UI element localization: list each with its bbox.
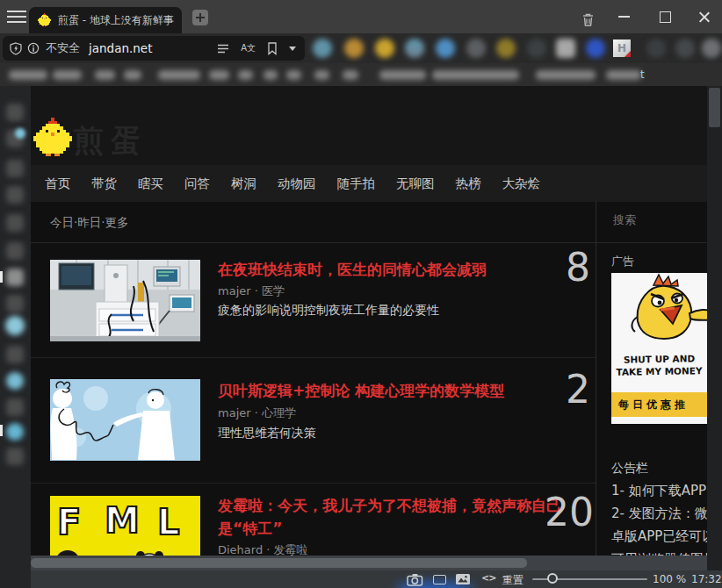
minimize-button[interactable]: [610, 0, 637, 33]
shield-icon[interactable]: [10, 42, 22, 55]
article-title[interactable]: 贝叶斯逻辑+控制论 构建心理学的数学模型: [218, 379, 569, 402]
extension-icon[interactable]: [496, 39, 516, 58]
nav-item-dongwuyuan[interactable]: 动物园: [278, 176, 316, 192]
horizontal-scrollbar-thumb[interactable]: [31, 558, 527, 568]
bookmark-item[interactable]: [606, 70, 641, 80]
nav-item-home[interactable]: 首页: [45, 176, 70, 192]
nav-item-daihuo[interactable]: 带货: [91, 176, 117, 192]
browser-tab[interactable]: 煎蛋 - 地球上没有新鲜事: [29, 7, 182, 33]
extension-icon[interactable]: [556, 39, 575, 58]
bookmark-item[interactable]: [314, 70, 329, 80]
address-bar[interactable]: 不安全 jandan.net A文: [3, 36, 305, 61]
zoom-slider-knob[interactable]: [547, 573, 558, 584]
extension-icon[interactable]: [675, 39, 695, 58]
translate-icon[interactable]: A文: [241, 42, 256, 54]
nav-item-xiamai[interactable]: 瞎买: [138, 176, 163, 192]
article-title[interactable]: 在夜班快结束时，医生的同情心都会减弱: [218, 258, 569, 281]
nav-item-dazahui[interactable]: 大杂烩: [502, 176, 541, 192]
panel-icon[interactable]: [5, 316, 25, 335]
comment-count[interactable]: 2: [566, 367, 590, 412]
extension-icon[interactable]: [586, 39, 605, 58]
extension-icon[interactable]: [527, 39, 546, 58]
article-thumbnail[interactable]: [50, 260, 200, 341]
close-button[interactable]: [691, 0, 718, 33]
jandan-chick-logo[interactable]: [33, 118, 72, 160]
panel-icon[interactable]: [6, 269, 24, 286]
article-summary: 疲惫的影响说明控制夜班工作量的必要性: [218, 303, 439, 319]
panel-icon[interactable]: [6, 423, 24, 441]
zoom-level[interactable]: 100 %: [653, 573, 686, 585]
vertical-scrollbar-thumb[interactable]: [709, 88, 720, 127]
extension-h-icon[interactable]: H: [613, 39, 631, 57]
tiling-icon[interactable]: [433, 575, 446, 584]
extension-icon[interactable]: [375, 39, 394, 58]
bookmark-item[interactable]: [53, 70, 82, 80]
bookmark-item[interactable]: [158, 70, 200, 80]
vertical-scrollbar[interactable]: [707, 86, 722, 570]
nav-item-wenda[interactable]: 问答: [184, 176, 210, 192]
bookmark-overflow-text[interactable]: t: [640, 68, 645, 81]
bookmark-icon[interactable]: [267, 42, 278, 55]
article-title[interactable]: 发霉啦：今天，我儿子为了不想被捕，竟然声称自己是“特工”: [218, 494, 562, 540]
bookmark-item[interactable]: [432, 70, 519, 80]
new-tab-button[interactable]: [192, 10, 208, 25]
search-input[interactable]: [611, 212, 703, 227]
comment-count[interactable]: 8: [566, 245, 590, 290]
bookmark-item[interactable]: [124, 70, 141, 80]
panel-icon[interactable]: [6, 448, 24, 465]
angry-chicken-illustration: [611, 273, 707, 354]
article-meta[interactable]: majer · 心理学: [218, 405, 296, 421]
search-box[interactable]: [596, 202, 707, 243]
bookmark-item[interactable]: [343, 70, 358, 80]
page-actions-icon[interactable]: <>: [481, 572, 495, 584]
bookmark-item[interactable]: [379, 70, 426, 80]
article-meta[interactable]: majer · 医学: [218, 283, 285, 299]
reader-view-icon[interactable]: [217, 44, 229, 54]
horizontal-scrollbar[interactable]: [31, 556, 707, 570]
extension-icon[interactable]: [313, 39, 332, 58]
url-text[interactable]: jandan.net: [89, 41, 152, 55]
bookmark-item[interactable]: [9, 70, 47, 80]
panel-icon[interactable]: [6, 295, 24, 312]
trash-icon[interactable]: [581, 12, 596, 27]
panel-icon[interactable]: [6, 372, 24, 390]
bookmark-item[interactable]: [264, 70, 278, 80]
extension-icon[interactable]: [702, 39, 721, 58]
title-bar: 煎蛋 - 地球上没有新鲜事: [0, 0, 722, 33]
extension-icon[interactable]: [405, 39, 424, 58]
panel-icon[interactable]: [6, 160, 24, 177]
panel-icon[interactable]: [6, 104, 24, 121]
panel-icon[interactable]: [6, 346, 24, 363]
nav-item-suishoupai[interactable]: 随手拍: [337, 176, 376, 192]
image-toggle-icon[interactable]: [456, 574, 470, 584]
article-thumbnail[interactable]: [50, 379, 200, 461]
panel-icon[interactable]: [6, 214, 24, 232]
panel-icon[interactable]: [6, 242, 24, 260]
bookmark-item[interactable]: [286, 70, 301, 80]
maximize-button[interactable]: [652, 0, 678, 33]
chevron-down-icon[interactable]: [289, 47, 296, 51]
panel-icon[interactable]: [6, 398, 24, 416]
capture-camera-icon[interactable]: [407, 573, 423, 586]
bookmark-item[interactable]: [536, 70, 596, 80]
nav-item-shudong[interactable]: 树洞: [231, 176, 256, 192]
ad-banner-image[interactable]: SHUT UP AND TAKE MY MONEY 每日优惠推: [611, 273, 707, 424]
ad-banner-text[interactable]: 每日优惠推: [611, 392, 707, 417]
comment-count[interactable]: 20: [545, 490, 594, 534]
nav-item-wuliaotu[interactable]: 无聊图: [396, 176, 435, 192]
bookmark-item[interactable]: [209, 70, 229, 80]
menu-icon[interactable]: [7, 11, 26, 23]
bookmark-item[interactable]: [95, 70, 115, 80]
extension-icon[interactable]: [436, 39, 455, 58]
info-icon[interactable]: [27, 42, 40, 54]
article-row[interactable]: 在夜班快结束时，医生的同情心都会减弱 majer · 医学 疲惫的影响说明控制夜…: [31, 243, 596, 358]
article-row[interactable]: 贝叶斯逻辑+控制论 构建心理学的数学模型 majer · 心理学 理性思维若何决…: [31, 358, 596, 484]
bookmark-item[interactable]: [238, 70, 253, 80]
extension-icon[interactable]: [646, 39, 666, 58]
date-filter[interactable]: 今日·昨日·更多: [50, 215, 129, 231]
extension-icon[interactable]: [466, 39, 486, 58]
panel-icon[interactable]: [6, 186, 24, 204]
extension-icon[interactable]: [344, 39, 364, 58]
nav-item-rebang[interactable]: 热榜: [456, 176, 481, 192]
zoom-reset-button[interactable]: 重置: [502, 573, 523, 588]
